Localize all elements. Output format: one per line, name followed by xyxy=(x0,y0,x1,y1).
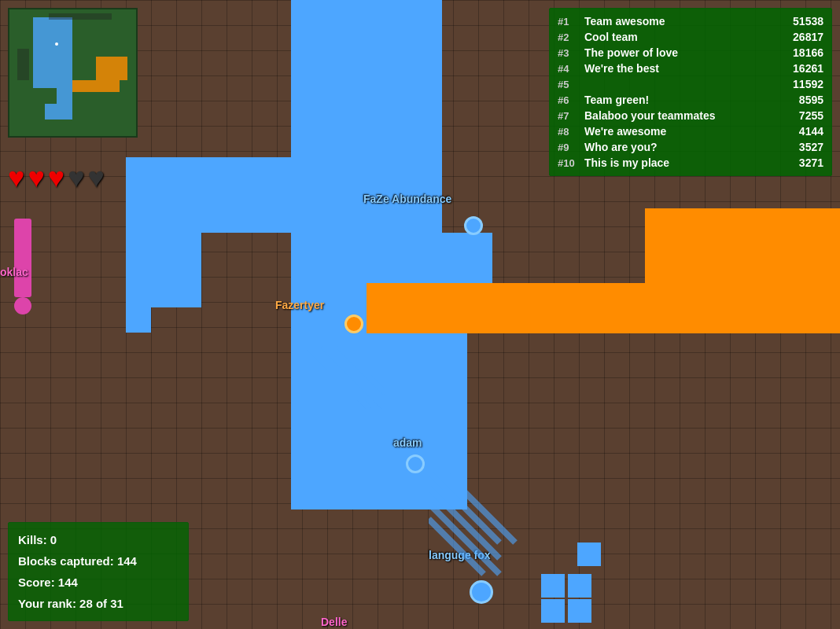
rank-value: 28 of 31 xyxy=(79,597,123,610)
blue-territory-1 xyxy=(291,0,442,157)
leaderboard-score-2: 26817 xyxy=(776,31,823,43)
svg-line-5 xyxy=(429,487,499,558)
player-dot-adam xyxy=(406,454,425,473)
heart-4-empty: ♥ xyxy=(68,161,84,194)
leaderboard-score-3: 18166 xyxy=(776,46,823,59)
leaderboard-name-4: We're the best xyxy=(581,62,776,75)
leaderboard-rank-6: #6 xyxy=(558,94,581,106)
heart-1: ♥ xyxy=(8,161,24,194)
leaderboard-name-10: This is my place xyxy=(581,156,776,169)
blue-territory-9 xyxy=(126,307,151,333)
blue-shape-square xyxy=(577,543,601,566)
leaderboard-row-1: #1 Team awesome 51538 xyxy=(558,13,823,29)
leaderboard-rank-4: #4 xyxy=(558,63,581,75)
kills-label: Kills: xyxy=(18,533,47,546)
orange-territory-1 xyxy=(367,283,840,333)
kills-row: Kills: 0 xyxy=(18,529,179,550)
leaderboard-row-9: #9 Who are you? 3527 xyxy=(558,139,823,155)
leaderboard-score-6: 8595 xyxy=(776,94,823,106)
score-value: 144 xyxy=(58,576,78,589)
svg-line-1 xyxy=(322,346,385,409)
svg-line-0 xyxy=(307,346,370,409)
heart-2: ♥ xyxy=(28,161,44,194)
player-label-oklac: oklac xyxy=(0,266,28,278)
lives-display: ♥ ♥ ♥ ♥ ♥ xyxy=(8,161,105,194)
leaderboard-score-4: 16261 xyxy=(776,62,823,75)
leaderboard-rank-10: #10 xyxy=(558,157,581,169)
blue-territory-8 xyxy=(126,232,201,307)
heart-3: ♥ xyxy=(48,161,64,194)
leaderboard-rank-2: #2 xyxy=(558,31,581,43)
leaderboard-row-10: #10 This is my place 3271 xyxy=(558,155,823,171)
leaderboard-row-2: #2 Cool team 26817 xyxy=(558,29,823,45)
leaderboard-row-8: #8 We're awesome 4144 xyxy=(558,123,823,139)
leaderboard-rank-3: #3 xyxy=(558,47,581,59)
rank-row: Your rank: 28 of 31 xyxy=(18,593,179,614)
player-dot-fazertyer xyxy=(344,314,363,333)
leaderboard-rank-8: #8 xyxy=(558,126,581,138)
blue-shape-tri2 xyxy=(568,574,591,598)
pink-player-body-2 xyxy=(14,297,31,314)
leaderboard-rank-9: #9 xyxy=(558,142,581,153)
leaderboard-row-7: #7 Balaboo your teammates 7255 xyxy=(558,108,823,123)
leaderboard-name-7: Balaboo your teammates xyxy=(581,109,776,122)
leaderboard-score-8: 4144 xyxy=(776,125,823,138)
score-row: Score: 144 xyxy=(18,572,179,593)
leaderboard-rank-1: #1 xyxy=(558,16,581,28)
blocks-label: Blocks captured: xyxy=(18,554,114,568)
blue-trail-2 xyxy=(429,472,523,590)
kills-value: 0 xyxy=(50,533,57,546)
blocks-row: Blocks captured: 144 xyxy=(18,550,179,572)
blue-trail-1 xyxy=(307,346,385,425)
blocks-value: 144 xyxy=(117,554,137,568)
blue-territory-7 xyxy=(126,157,291,233)
rank-label: Your rank: xyxy=(18,597,76,610)
leaderboard-name-8: We're awesome xyxy=(581,125,776,138)
score-label: Score: xyxy=(18,576,55,589)
leaderboard-name-9: Who are you? xyxy=(581,141,776,153)
leaderboard-name-1: Team awesome xyxy=(581,15,776,28)
leaderboard-rank-7: #7 xyxy=(558,110,581,122)
minimap xyxy=(8,8,138,138)
leaderboard-name-3: The power of love xyxy=(581,46,776,59)
leaderboard: #1 Team awesome 51538 #2 Cool team 26817… xyxy=(549,8,832,176)
blue-shape-tri4 xyxy=(568,599,591,623)
leaderboard-score-7: 7255 xyxy=(776,109,823,122)
leaderboard-row-3: #3 The power of love 18166 xyxy=(558,45,823,61)
orange-territory-2 xyxy=(645,208,840,284)
leaderboard-rank-5: #5 xyxy=(558,79,581,90)
player-dot-faze-abundance xyxy=(464,216,483,235)
stats-box: Kills: 0 Blocks captured: 144 Score: 144… xyxy=(8,522,189,621)
pink-player-body-1 xyxy=(14,219,31,297)
blue-shape-tri1 xyxy=(541,574,565,598)
leaderboard-score-10: 3271 xyxy=(776,156,823,169)
minimap-content xyxy=(9,9,136,136)
player-label-fazertyer: Fazertyer xyxy=(275,299,324,311)
leaderboard-row-5: #5 11592 xyxy=(558,76,823,92)
leaderboard-name-2: Cool team xyxy=(581,31,776,43)
leaderboard-score-5: 11592 xyxy=(776,78,823,90)
player-label-faze-abundance: FaZe Abundance xyxy=(363,193,451,205)
leaderboard-score-1: 51538 xyxy=(776,15,823,28)
leaderboard-row-4: #4 We're the best 16261 xyxy=(558,61,823,76)
leaderboard-name-6: Team green! xyxy=(581,94,776,106)
heart-5-empty: ♥ xyxy=(88,161,105,194)
blue-shape-tri3 xyxy=(541,599,565,623)
leaderboard-score-9: 3527 xyxy=(776,141,823,153)
player-label-delle: Delle xyxy=(321,616,347,628)
leaderboard-row-6: #6 Team green! 8595 xyxy=(558,92,823,108)
player-label-adam: adam xyxy=(393,436,422,449)
